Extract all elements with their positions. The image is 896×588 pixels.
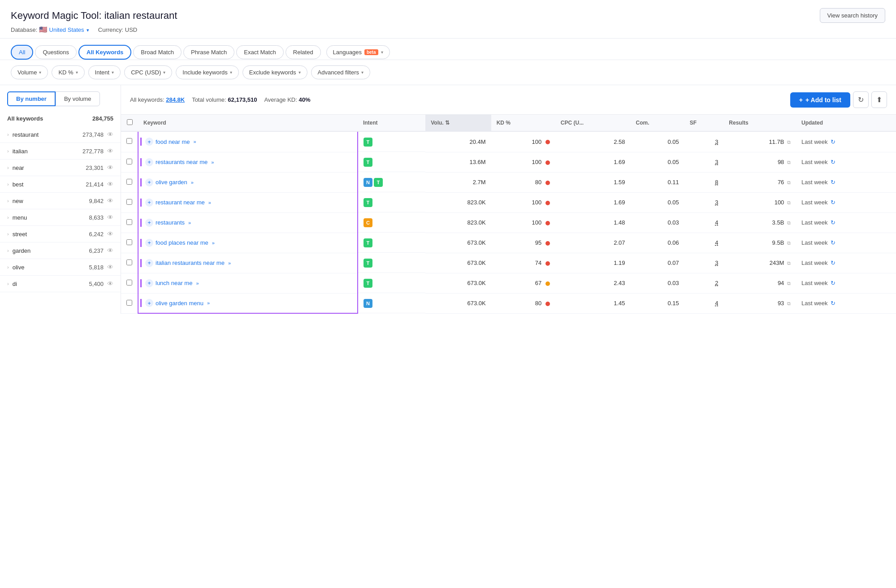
export-button[interactable]: ⬆ — [871, 91, 887, 108]
row-checkbox[interactable] — [126, 239, 132, 245]
keyword-plus-icon[interactable]: + — [145, 158, 153, 166]
keyword-link[interactable]: olive garden — [156, 179, 187, 186]
row-checkbox[interactable] — [126, 280, 132, 285]
view-history-button[interactable]: View search history — [820, 8, 885, 23]
results-copy-icon[interactable]: ⧉ — [787, 200, 791, 205]
results-copy-icon[interactable]: ⧉ — [787, 301, 791, 306]
update-refresh-icon[interactable]: ↻ — [831, 219, 835, 226]
sf-value[interactable]: 3 — [715, 199, 718, 206]
eye-icon[interactable]: 👁 — [107, 181, 113, 188]
tab-phrase-match[interactable]: Phrase Match — [183, 45, 234, 59]
sf-value[interactable]: 3 — [715, 159, 718, 165]
eye-icon[interactable]: 👁 — [107, 164, 113, 171]
update-refresh-icon[interactable]: ↻ — [831, 138, 835, 145]
sf-value[interactable]: 4 — [715, 300, 718, 307]
row-checkbox[interactable] — [126, 179, 132, 185]
row-checkbox[interactable] — [126, 199, 132, 205]
sidebar-item[interactable]: › new 9,842 👁 — [0, 193, 121, 209]
sidebar-item[interactable]: › di 5,400 👁 — [0, 276, 121, 292]
keyword-expand-icon[interactable]: » — [228, 260, 231, 266]
keyword-plus-icon[interactable]: + — [145, 299, 153, 307]
eye-icon[interactable]: 👁 — [107, 230, 113, 238]
results-copy-icon[interactable]: ⧉ — [787, 281, 791, 286]
keyword-expand-icon[interactable]: » — [188, 220, 191, 225]
sort-by-volume-button[interactable]: By volume — [56, 91, 100, 106]
eye-icon[interactable]: 👁 — [107, 197, 113, 204]
results-copy-icon[interactable]: ⧉ — [787, 139, 791, 145]
keyword-link[interactable]: restaurant near me — [156, 199, 205, 206]
select-all-checkbox[interactable] — [127, 119, 133, 125]
keyword-expand-icon[interactable]: » — [191, 180, 194, 185]
row-checkbox[interactable] — [126, 300, 132, 306]
keyword-plus-icon[interactable]: + — [145, 138, 153, 146]
kd-filter[interactable]: KD % ▾ — [52, 65, 84, 79]
sort-by-number-button[interactable]: By number — [7, 91, 56, 106]
eye-icon[interactable]: 👁 — [107, 280, 113, 287]
sidebar-item[interactable]: › near 23,301 👁 — [0, 160, 121, 176]
sidebar-item[interactable]: › restaurant 273,748 👁 — [0, 126, 121, 143]
keyword-expand-icon[interactable]: » — [196, 281, 199, 286]
keyword-plus-icon[interactable]: + — [145, 178, 153, 186]
sidebar-item[interactable]: › garden 6,237 👁 — [0, 242, 121, 259]
sf-value[interactable]: 3 — [715, 259, 718, 266]
keyword-link[interactable]: restaurants — [156, 219, 185, 226]
sidebar-item[interactable]: › street 6,242 👁 — [0, 226, 121, 242]
keyword-expand-icon[interactable]: » — [207, 300, 210, 306]
tab-all[interactable]: All — [11, 45, 33, 60]
sidebar-item[interactable]: › menu 8,633 👁 — [0, 209, 121, 226]
languages-button[interactable]: Languages beta ▾ — [326, 45, 390, 59]
exclude-keywords-filter[interactable]: Exclude keywords ▾ — [242, 65, 307, 79]
tab-broad-match[interactable]: Broad Match — [133, 45, 182, 59]
volume-filter[interactable]: Volume ▾ — [11, 65, 48, 79]
advanced-filters-button[interactable]: Advanced filters ▾ — [311, 65, 371, 79]
sf-value[interactable]: 3 — [715, 138, 718, 145]
include-keywords-filter[interactable]: Include keywords ▾ — [176, 65, 238, 79]
update-refresh-icon[interactable]: ↻ — [831, 179, 835, 186]
keyword-link[interactable]: lunch near me — [156, 280, 192, 286]
keyword-link[interactable]: restaurants near me — [156, 159, 208, 165]
eye-icon[interactable]: 👁 — [107, 214, 113, 221]
row-checkbox[interactable] — [126, 138, 132, 144]
keyword-plus-icon[interactable]: + — [145, 199, 153, 207]
eye-icon[interactable]: 👁 — [107, 131, 113, 138]
th-volume[interactable]: Volu. ⇅ — [425, 115, 491, 131]
refresh-button[interactable]: ↻ — [853, 91, 869, 108]
sf-value[interactable]: 8 — [715, 179, 718, 186]
keyword-expand-icon[interactable]: » — [208, 200, 211, 205]
tab-all-keywords[interactable]: All Keywords — [78, 45, 131, 60]
results-copy-icon[interactable]: ⧉ — [787, 180, 791, 185]
intent-filter[interactable]: Intent ▾ — [88, 65, 121, 79]
keyword-plus-icon[interactable]: + — [145, 239, 153, 247]
results-copy-icon[interactable]: ⧉ — [787, 240, 791, 246]
keyword-link[interactable]: food near me — [156, 138, 190, 145]
country-link[interactable]: United States — [49, 26, 84, 33]
row-checkbox[interactable] — [126, 259, 132, 265]
add-to-list-button[interactable]: + + Add to list — [790, 92, 850, 108]
keyword-link[interactable]: italian restaurants near me — [156, 259, 225, 266]
results-copy-icon[interactable]: ⧉ — [787, 260, 791, 266]
cpc-filter[interactable]: CPC (USD) ▾ — [124, 65, 172, 79]
keyword-link[interactable]: olive garden menu — [156, 300, 203, 307]
row-checkbox[interactable] — [126, 219, 132, 225]
tab-exact-match[interactable]: Exact Match — [236, 45, 284, 59]
keyword-expand-icon[interactable]: » — [194, 139, 196, 144]
eye-icon[interactable]: 👁 — [107, 147, 113, 155]
sf-value[interactable]: 4 — [715, 239, 718, 246]
keyword-plus-icon[interactable]: + — [145, 279, 153, 287]
row-checkbox[interactable] — [126, 159, 132, 164]
keyword-expand-icon[interactable]: » — [211, 160, 214, 165]
keyword-expand-icon[interactable]: » — [212, 240, 215, 246]
update-refresh-icon[interactable]: ↻ — [831, 300, 835, 307]
update-refresh-icon[interactable]: ↻ — [831, 159, 835, 165]
eye-icon[interactable]: 👁 — [107, 247, 113, 254]
sf-value[interactable]: 4 — [715, 219, 718, 226]
sf-value[interactable]: 2 — [715, 280, 718, 286]
update-refresh-icon[interactable]: ↻ — [831, 199, 835, 206]
tab-questions[interactable]: Questions — [35, 45, 77, 59]
sidebar-item[interactable]: › italian 272,778 👁 — [0, 143, 121, 160]
sidebar-item[interactable]: › best 21,414 👁 — [0, 176, 121, 193]
keyword-plus-icon[interactable]: + — [145, 259, 153, 267]
sidebar-item[interactable]: › olive 5,818 👁 — [0, 259, 121, 276]
update-refresh-icon[interactable]: ↻ — [831, 259, 835, 266]
update-refresh-icon[interactable]: ↻ — [831, 239, 835, 246]
